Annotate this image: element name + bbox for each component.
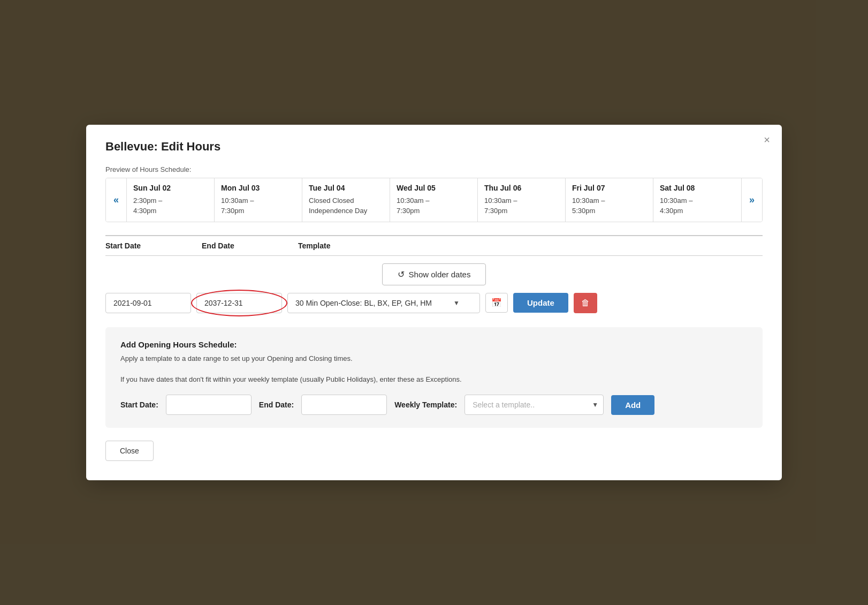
undo-icon: ↺ xyxy=(398,269,405,279)
cal-day-content-5: 10:30am – 5:30pm xyxy=(572,195,646,216)
cal-day-content-4: 10:30am – 7:30pm xyxy=(484,195,559,216)
add-section-desc-line1: Apply a template to a date range to set … xyxy=(120,353,748,365)
add-start-date-input[interactable] xyxy=(166,395,252,415)
cal-day-header-3: Wed Jul 05 xyxy=(397,184,471,192)
delete-button[interactable]: 🗑 xyxy=(574,293,597,313)
cal-day-header-2: Tue Jul 04 xyxy=(309,184,383,192)
template-select-wrapper: 30 Min Open-Close: BL, BX, EP, GH, HM ▼ xyxy=(287,293,480,313)
cal-day-1: Mon Jul 0310:30am – 7:30pm xyxy=(215,178,302,222)
end-date-input[interactable] xyxy=(196,293,282,313)
cal-day-content-0: 2:30pm – 4:30pm xyxy=(133,195,208,216)
trash-icon: 🗑 xyxy=(581,298,590,307)
add-section-desc-line2: If you have dates that don't fit within … xyxy=(120,374,748,385)
cal-day-0: Sun Jul 022:30pm – 4:30pm xyxy=(127,178,215,222)
add-template-select-wrapper: Select a template.. ▼ xyxy=(465,395,604,415)
update-button[interactable]: Update xyxy=(513,293,568,313)
close-modal-button[interactable]: Close xyxy=(105,441,154,461)
cal-day-header-6: Sat Jul 08 xyxy=(660,184,735,192)
cal-day-3: Wed Jul 0510:30am – 7:30pm xyxy=(390,178,478,222)
end-date-wrapper xyxy=(196,293,282,313)
cal-day-header-5: Fri Jul 07 xyxy=(572,184,646,192)
show-older-row: ↺ Show older dates xyxy=(105,263,763,285)
calendar-picker-button[interactable]: 📅 xyxy=(485,293,508,313)
modal-overlay: × Bellevue: Edit Hours Preview of Hours … xyxy=(0,0,868,605)
cal-day-header-1: Mon Jul 03 xyxy=(221,184,295,192)
start-date-input[interactable] xyxy=(105,293,191,313)
add-start-date-label: Start Date: xyxy=(120,400,158,409)
add-opening-hours-section: Add Opening Hours Schedule: Apply a temp… xyxy=(105,327,763,428)
col-end-date: End Date xyxy=(202,241,298,250)
add-button[interactable]: Add xyxy=(611,395,654,415)
calendar-preview: « Sun Jul 022:30pm – 4:30pmMon Jul 0310:… xyxy=(105,178,763,222)
show-older-dates-button[interactable]: ↺ Show older dates xyxy=(382,263,486,285)
add-end-date-input[interactable] xyxy=(301,395,387,415)
cal-day-5: Fri Jul 0710:30am – 5:30pm xyxy=(566,178,653,222)
cal-day-content-1: 10:30am – 7:30pm xyxy=(221,195,295,216)
cal-day-4: Thu Jul 0610:30am – 7:30pm xyxy=(478,178,566,222)
col-start-date: Start Date xyxy=(105,241,202,250)
modal-close-x-button[interactable]: × xyxy=(764,134,770,145)
calendar-icon: 📅 xyxy=(491,298,502,307)
add-template-select[interactable]: Select a template.. xyxy=(465,395,604,415)
add-weekly-template-label: Weekly Template: xyxy=(394,400,457,409)
cal-day-content-2: Closed Closed Independence Day xyxy=(309,195,383,216)
table-headers: Start Date End Date Template xyxy=(105,235,763,256)
add-section-title: Add Opening Hours Schedule: xyxy=(120,340,748,349)
edit-hours-modal: × Bellevue: Edit Hours Preview of Hours … xyxy=(86,125,782,481)
calendar-prev-button[interactable]: « xyxy=(106,178,127,222)
show-older-label: Show older dates xyxy=(409,270,471,279)
col-template: Template xyxy=(298,241,763,250)
template-select[interactable]: 30 Min Open-Close: BL, BX, EP, GH, HM xyxy=(287,293,480,313)
cal-day-6: Sat Jul 0810:30am – 4:30pm xyxy=(653,178,741,222)
schedule-row: 30 Min Open-Close: BL, BX, EP, GH, HM ▼ … xyxy=(105,293,763,317)
calendar-days: Sun Jul 022:30pm – 4:30pmMon Jul 0310:30… xyxy=(127,178,741,222)
cal-day-content-6: 10:30am – 4:30pm xyxy=(660,195,735,216)
cal-day-header-4: Thu Jul 06 xyxy=(484,184,559,192)
calendar-next-button[interactable]: » xyxy=(741,178,762,222)
add-end-date-label: End Date: xyxy=(259,400,294,409)
preview-label: Preview of Hours Schedule: xyxy=(105,165,763,173)
cal-day-content-3: 10:30am – 7:30pm xyxy=(397,195,471,216)
cal-day-2: Tue Jul 04Closed Closed Independence Day xyxy=(302,178,390,222)
cal-day-header-0: Sun Jul 02 xyxy=(133,184,208,192)
add-form-row: Start Date: End Date: Weekly Template: S… xyxy=(120,395,748,415)
calendar-nav: « Sun Jul 022:30pm – 4:30pmMon Jul 0310:… xyxy=(106,178,762,222)
modal-title: Bellevue: Edit Hours xyxy=(105,140,763,154)
